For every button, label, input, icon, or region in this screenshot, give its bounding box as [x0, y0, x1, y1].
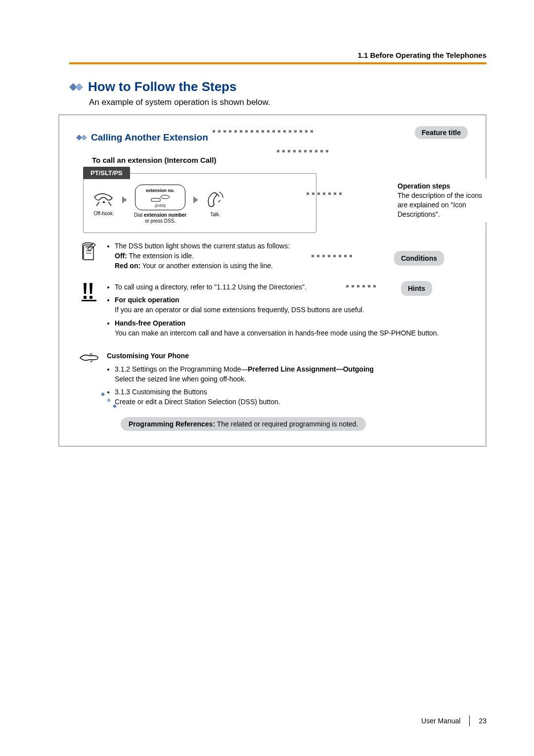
- programming-references-chip: Programming References: The related or r…: [121, 417, 366, 431]
- play-arrow-icon: [122, 196, 127, 203]
- svg-marker-4: [102, 201, 105, 203]
- header-rule: [69, 62, 487, 64]
- offhook-icon: [92, 192, 115, 207]
- page-header: 1.1 Before Operating the Telephones: [69, 0, 487, 62]
- section-title: How to Follow the Steps: [88, 79, 236, 94]
- svg-marker-13: [107, 398, 111, 402]
- feature-title-label: Feature title: [415, 126, 468, 139]
- dial-pill-title: extension no.: [139, 188, 181, 194]
- operation-steps-title: Operation steps: [398, 182, 450, 190]
- section-intro: An example of system operation is shown …: [89, 97, 487, 107]
- feature-subtitle: To call an extension (Intercom Call): [92, 156, 474, 164]
- conditions-red-text: Your or another extension is using the l…: [140, 262, 273, 270]
- conditions-label: Conditions: [394, 251, 444, 266]
- conditions-row: The DSS button light shows the current s…: [79, 241, 474, 274]
- hint-item: Hands-free Operation You can make an int…: [115, 318, 474, 338]
- customise-item: 3.1.3 Customising the Buttons Create or …: [115, 387, 474, 407]
- conditions-off-label: Off:: [115, 252, 127, 260]
- notepad-icon: [79, 241, 99, 274]
- svg-rect-5: [151, 198, 160, 201]
- play-arrow-icon: [193, 196, 198, 203]
- svg-marker-1: [75, 83, 83, 91]
- svg-marker-3: [81, 135, 87, 141]
- steps-row: Off-hook. extension no. (DSS) Dial exten…: [84, 174, 316, 233]
- leader-dots: [277, 150, 328, 152]
- svg-point-6: [161, 195, 170, 199]
- svg-rect-9: [84, 296, 87, 299]
- step-dial: extension no. (DSS) Dial extension numbe…: [134, 185, 186, 225]
- diamond-bullet-icon: [69, 83, 83, 91]
- footer-manual: User Manual: [421, 717, 460, 725]
- page: 1.1 Before Operating the Telephones How …: [0, 0, 534, 756]
- dial-pill: extension no. (DSS): [135, 185, 185, 210]
- leader-dots: [346, 285, 376, 287]
- section-heading: How to Follow the Steps: [69, 79, 487, 94]
- conditions-line1: The DSS button light shows the current s…: [115, 242, 290, 250]
- svg-marker-14: [113, 404, 117, 408]
- conditions-red-label: Red on:: [115, 262, 140, 270]
- footer-page-number: 23: [479, 717, 487, 725]
- breadcrumb: 1.1 Before Operating the Telephones: [357, 51, 487, 59]
- customise-title: Customising Your Phone: [107, 351, 474, 361]
- svg-marker-12: [101, 392, 105, 396]
- leader-dots: [213, 130, 313, 133]
- example-panel: Feature title Calling Another Extension …: [58, 114, 487, 447]
- leader-dots: [312, 255, 352, 257]
- page-footer: User Manual 23: [421, 715, 487, 726]
- hints-label: Hints: [401, 281, 432, 296]
- svg-rect-11: [82, 300, 96, 301]
- operation-steps-desc: The description of the icons are explain…: [398, 191, 482, 218]
- diamond-trail-icon: [100, 391, 125, 413]
- phone-type-tab: PT/SLT/PS: [83, 167, 130, 179]
- exclaim-icon: [79, 282, 99, 341]
- talk-icon: [205, 191, 225, 208]
- customise-body: Customising Your Phone 3.1.2 Settings on…: [107, 351, 474, 410]
- steps-panel: PT/SLT/PS Off-hook. extension no.: [83, 173, 316, 233]
- feature-heading: Calling Another Extension: [76, 132, 474, 143]
- svg-rect-10: [89, 296, 92, 299]
- step-caption: Talk.: [205, 212, 225, 218]
- hint-item: For quick operation If you are an operat…: [115, 295, 474, 315]
- customise-item: 3.1.2 Settings on the Programming Mode—P…: [115, 364, 474, 384]
- conditions-off-text: The extension is idle.: [127, 252, 194, 260]
- dial-pill-sub: (DSS): [139, 203, 181, 208]
- step-talk: Talk.: [205, 191, 225, 218]
- step-caption: Off-hook.: [92, 211, 115, 217]
- step-caption: Dial extension number or press DSS.: [134, 212, 186, 225]
- operation-steps-callout: Operation steps The description of the i…: [393, 179, 491, 222]
- pointer-icon: [79, 351, 99, 410]
- customise-row: Customising Your Phone 3.1.2 Settings on…: [79, 351, 474, 410]
- leader-dots: [307, 192, 342, 195]
- diamond-bullet-icon: [76, 135, 87, 141]
- handset-button-icon: [150, 194, 170, 202]
- step-offhook: Off-hook.: [92, 192, 115, 217]
- footer-divider: [469, 715, 470, 726]
- feature-heading-text: Calling Another Extension: [91, 132, 208, 143]
- hints-row: To call using a directory, refer to "1.1…: [79, 282, 474, 341]
